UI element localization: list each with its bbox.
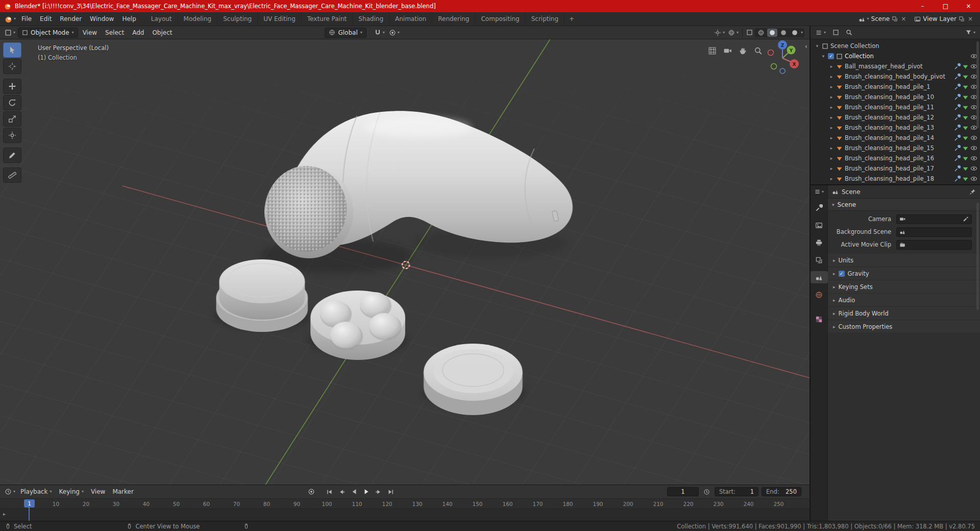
record-button[interactable] — [306, 487, 317, 497]
grid-toggle-icon[interactable] — [708, 46, 717, 55]
timeline-channels[interactable] — [0, 509, 810, 521]
properties-section-row[interactable]: Keying Sets — [828, 280, 980, 294]
new-scene-icon[interactable] — [892, 16, 898, 22]
menu-marker[interactable]: Marker — [109, 488, 137, 495]
outliner-object-row[interactable]: Brush_cleansing_head_pile_12 — [811, 112, 980, 123]
view-layer-selector[interactable]: View Layer × — [914, 15, 974, 22]
editor-type-button[interactable] — [814, 29, 827, 36]
outliner-object-row[interactable]: Brush_cleansing_head_pile_18 — [811, 174, 980, 184]
shading-material-button[interactable] — [778, 29, 789, 37]
proportional-editing-toggle[interactable] — [387, 29, 401, 36]
scene-selector[interactable]: Scene × — [859, 15, 908, 22]
timeline-ruler[interactable]: 1020304050607080901001101201301401501601… — [0, 498, 810, 509]
snap-toggle[interactable] — [373, 29, 386, 36]
hide-eye-icon[interactable] — [970, 134, 977, 141]
active-movie-clip-field[interactable] — [896, 240, 972, 250]
camera-view-icon[interactable] — [723, 46, 732, 55]
eyedropper-icon[interactable] — [963, 216, 969, 222]
outliner-object-row[interactable]: Brush_cleansing_head_pile_15 — [811, 143, 980, 153]
scene-panel-header[interactable]: Scene — [828, 199, 980, 211]
overlays-toggle[interactable] — [726, 29, 740, 36]
editor-type-button[interactable] — [3, 29, 17, 36]
workspace-tab[interactable]: Modeling — [178, 12, 218, 26]
playhead-line[interactable] — [29, 508, 30, 521]
tool-annotate[interactable] — [3, 148, 21, 163]
transform-orientation-selector[interactable]: Global — [325, 28, 366, 38]
properties-scrollbar[interactable] — [976, 203, 979, 310]
jump-to-start-button[interactable] — [324, 487, 335, 497]
editor-type-button[interactable] — [814, 188, 824, 195]
hide-eye-icon[interactable] — [970, 165, 977, 172]
tool-scale[interactable] — [3, 111, 21, 127]
tab-view-layer[interactable] — [812, 254, 827, 266]
gizmos-toggle[interactable] — [713, 29, 726, 36]
expand-icon[interactable] — [829, 94, 834, 100]
menu-view[interactable]: View — [87, 488, 109, 495]
shading-solid-button[interactable] — [767, 29, 777, 37]
menu-edit[interactable]: Edit — [36, 15, 56, 22]
expand-icon[interactable] — [829, 64, 834, 69]
outliner-scrollbar[interactable] — [976, 41, 979, 128]
menu-playback[interactable]: Playback — [17, 488, 56, 495]
shading-rendered-button[interactable] — [790, 29, 800, 37]
gravity-checkbox[interactable] — [839, 271, 845, 277]
background-scene-field[interactable] — [896, 227, 972, 237]
pan-hand-icon[interactable] — [739, 46, 747, 55]
expand-icon[interactable] — [829, 146, 834, 151]
new-view-layer-icon[interactable] — [959, 16, 965, 22]
hide-eye-icon[interactable] — [970, 175, 977, 182]
workspace-tab[interactable]: UV Editing — [258, 12, 302, 26]
display-mode-button[interactable] — [831, 29, 841, 36]
current-frame-marker[interactable]: 1 — [24, 499, 35, 508]
menu-render[interactable]: Render — [56, 15, 86, 22]
attachment-pad[interactable] — [424, 344, 523, 415]
collapse-icon[interactable] — [821, 54, 826, 59]
workspace-tab[interactable]: Compositing — [475, 12, 525, 26]
workspace-tab[interactable]: Shading — [353, 12, 389, 26]
3d-scene[interactable] — [0, 39, 810, 485]
properties-section-row[interactable]: Custom Properties — [828, 320, 980, 333]
expand-icon[interactable] — [829, 135, 834, 140]
preview-range-clock-icon[interactable] — [702, 489, 712, 495]
gravity-section-row[interactable]: Gravity — [828, 267, 980, 280]
menu-window[interactable]: Window — [86, 15, 118, 22]
menu-view[interactable]: View — [79, 29, 101, 36]
sidebar-toggle-chevron[interactable] — [805, 42, 807, 50]
properties-section-row[interactable]: Units — [828, 254, 980, 267]
menu-file[interactable]: File — [17, 15, 36, 22]
tab-texture[interactable] — [812, 313, 827, 325]
expand-icon[interactable] — [829, 166, 834, 171]
properties-section-row[interactable]: Audio — [828, 294, 980, 307]
properties-section-row[interactable]: Rigid Body World — [828, 307, 980, 320]
shading-wireframe-button[interactable] — [756, 29, 766, 37]
outliner-object-row[interactable]: Brush_cleansing_head_pile_13 — [811, 123, 980, 133]
expand-icon[interactable] — [829, 125, 834, 130]
camera-field[interactable] — [896, 214, 972, 224]
play-button[interactable] — [361, 487, 372, 497]
prev-keyframe-button[interactable] — [336, 487, 348, 497]
expand-channels-icon[interactable] — [3, 511, 6, 517]
axis-neg-x-ball[interactable] — [768, 50, 774, 56]
tab-world[interactable] — [812, 288, 827, 301]
expand-icon[interactable] — [829, 156, 834, 161]
menu-object[interactable]: Object — [149, 29, 176, 36]
tool-cursor[interactable] — [3, 59, 21, 74]
play-reverse-button[interactable] — [349, 487, 360, 497]
blender-menu-button[interactable] — [3, 15, 17, 23]
tab-scene[interactable] — [811, 271, 828, 283]
outliner-object-row[interactable]: Brush_cleansing_head_pile_14 — [811, 133, 980, 143]
tool-rotate[interactable] — [3, 95, 21, 110]
search-button[interactable] — [844, 29, 854, 36]
editor-type-button[interactable] — [3, 488, 17, 495]
xray-toggle[interactable] — [745, 29, 754, 36]
tool-measure[interactable] — [3, 167, 21, 183]
axis-neg-z-ball[interactable] — [780, 68, 785, 74]
outliner-object-row[interactable]: Brush_cleansing_head_pile_1 — [811, 82, 980, 92]
navigation-gizmo[interactable]: Z Y X — [764, 39, 801, 77]
filter-button[interactable] — [964, 29, 977, 36]
hide-eye-icon[interactable] — [970, 155, 977, 162]
jump-to-end-button[interactable] — [385, 487, 397, 497]
scene-collection-row[interactable]: Scene Collection — [811, 41, 980, 51]
tool-move[interactable] — [3, 79, 21, 94]
menu-keying[interactable]: Keying — [56, 488, 87, 495]
